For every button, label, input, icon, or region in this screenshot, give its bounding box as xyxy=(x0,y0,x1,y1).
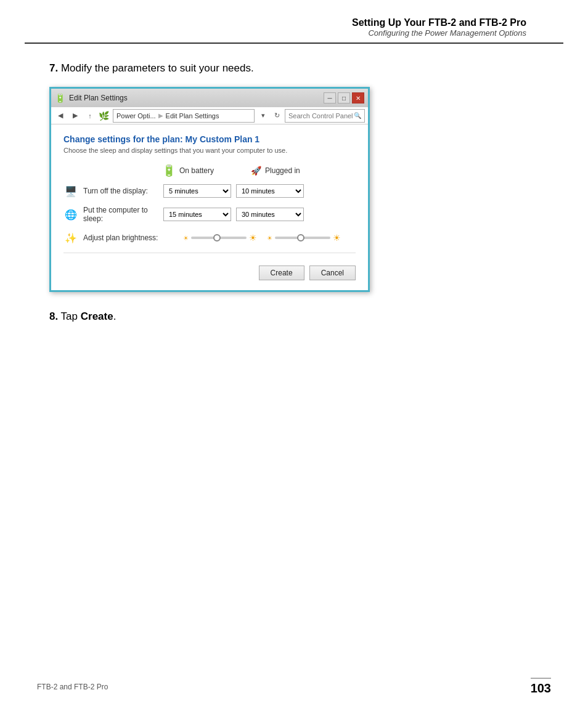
dialog-body: Change settings for the plan: My Custom … xyxy=(51,124,368,290)
turn-off-display-row: 🖥️ Turn off the display: 5 minutes 1 min… xyxy=(63,184,356,198)
breadcrumb-icon: 🌿 xyxy=(99,111,109,121)
search-box[interactable]: 🔍 xyxy=(285,109,365,123)
column-headers: 🔋 On battery 🚀 Plugged in xyxy=(162,164,356,177)
display-battery-select[interactable]: 5 minutes 1 minute 2 minutes 3 minutes 1… xyxy=(163,184,231,198)
search-input[interactable] xyxy=(288,112,354,120)
plugged-brightness-group: ☀ ☀ xyxy=(267,233,341,243)
breadcrumb-dropdown[interactable]: ▾ xyxy=(257,110,269,122)
window-icon: 🔋 xyxy=(55,93,65,103)
header-subtitle: Configuring the Power Management Options xyxy=(62,28,526,38)
dialog-separator xyxy=(63,253,356,253)
title-bar: 🔋 Edit Plan Settings ─ □ ✕ xyxy=(51,89,368,107)
breadcrumb: Power Opti... ▶ Edit Plan Settings xyxy=(113,109,255,123)
minimize-button[interactable]: ─ xyxy=(324,92,336,103)
dialog-subheading: Choose the sleep and display settings th… xyxy=(63,147,356,154)
plugged-in-label: Plugged in xyxy=(265,166,300,175)
display-dropdowns: 5 minutes 1 minute 2 minutes 3 minutes 1… xyxy=(163,184,304,198)
dialog-footer: Create Cancel xyxy=(63,261,356,283)
back-button[interactable]: ◀ xyxy=(54,110,67,122)
breadcrumb-part1: Power Opti... xyxy=(116,112,156,120)
battery-icon: 🔋 xyxy=(162,164,176,177)
sleep-plugged-select[interactable]: 30 minutes 1 minute 5 minutes 10 minutes… xyxy=(236,208,304,221)
refresh-button[interactable]: ↻ xyxy=(272,112,282,120)
sleep-row: 🌐 Put the computer to sleep: 15 minutes … xyxy=(63,206,356,223)
step7-instruction: 7. Modify the parameters to suit your ne… xyxy=(49,62,539,75)
battery-brightness-thumb[interactable] xyxy=(213,234,221,241)
step8-text-post: . xyxy=(113,310,116,322)
search-icon: 🔍 xyxy=(354,112,361,119)
footer-left-text: FTB-2 and FTB-2 Pro xyxy=(37,683,108,691)
cancel-button[interactable]: Cancel xyxy=(309,266,356,280)
bright-high-icon-plugged: ☀ xyxy=(333,233,341,243)
sleep-dropdowns: 15 minutes 1 minute 2 minutes 5 minutes … xyxy=(163,208,304,221)
step8-text-bold: Create xyxy=(81,310,113,322)
page-content: 7. Modify the parameters to suit your ne… xyxy=(0,44,588,341)
plugin-icon: 🚀 xyxy=(251,166,261,176)
display-label: Turn off the display: xyxy=(83,187,163,195)
dialog-container: 🔋 Edit Plan Settings ─ □ ✕ ◀ ▶ ↑ 🌿 Power… xyxy=(49,87,370,292)
sleep-battery-select[interactable]: 15 minutes 1 minute 2 minutes 5 minutes … xyxy=(163,208,231,221)
battery-brightness-group: ☀ ☀ xyxy=(183,233,257,243)
up-button[interactable]: ↑ xyxy=(84,110,96,122)
battery-brightness-slider[interactable] xyxy=(191,237,247,239)
sleep-icon: 🌐 xyxy=(63,207,78,222)
step7-number: 7. xyxy=(49,62,58,74)
brightness-label: Adjust plan brightness: xyxy=(83,233,183,242)
page-header: Setting Up Your FTB-2 and FTB-2 Pro Conf… xyxy=(25,0,563,44)
bright-low-icon-plugged: ☀ xyxy=(267,235,272,241)
window-title: Edit Plan Settings xyxy=(69,94,128,102)
dialog-heading: Change settings for the plan: My Custom … xyxy=(63,134,356,144)
plugged-brightness-slider[interactable] xyxy=(275,237,330,239)
footer-page-number: 103 xyxy=(531,678,551,696)
brightness-row: ✨ Adjust plan brightness: ☀ ☀ ☀ ☀ xyxy=(63,230,356,245)
create-button[interactable]: Create xyxy=(259,266,304,280)
display-icon: 🖥️ xyxy=(63,184,78,198)
title-bar-controls: ─ □ ✕ xyxy=(324,92,364,103)
forward-button[interactable]: ▶ xyxy=(69,110,81,122)
header-title: Setting Up Your FTB-2 and FTB-2 Pro xyxy=(62,17,526,28)
step8-number: 8. xyxy=(49,310,58,322)
brightness-icon: ✨ xyxy=(63,230,78,245)
breadcrumb-separator: ▶ xyxy=(158,112,163,119)
breadcrumb-part2: Edit Plan Settings xyxy=(166,112,219,120)
close-button[interactable]: ✕ xyxy=(352,92,364,103)
address-bar: ◀ ▶ ↑ 🌿 Power Opti... ▶ Edit Plan Settin… xyxy=(51,107,368,124)
step8-instruction: 8. Tap Create. xyxy=(49,310,539,323)
bright-high-icon-battery: ☀ xyxy=(249,233,257,243)
restore-button[interactable]: □ xyxy=(338,92,350,103)
on-battery-header: 🔋 On battery xyxy=(162,164,214,177)
step8-text-pre: Tap xyxy=(61,310,81,322)
on-battery-label: On battery xyxy=(179,166,214,175)
plugged-brightness-thumb[interactable] xyxy=(297,234,304,241)
step7-text: Modify the parameters to suit your needs… xyxy=(61,62,254,74)
page-footer: FTB-2 and FTB-2 Pro 103 xyxy=(0,678,588,696)
title-bar-left: 🔋 Edit Plan Settings xyxy=(55,93,128,103)
plugged-in-header: 🚀 Plugged in xyxy=(251,166,300,176)
display-plugged-select[interactable]: 10 minutes 1 minute 2 minutes 5 minutes … xyxy=(236,184,304,198)
bright-low-icon-battery: ☀ xyxy=(183,235,189,241)
sleep-label: Put the computer to sleep: xyxy=(83,206,163,223)
